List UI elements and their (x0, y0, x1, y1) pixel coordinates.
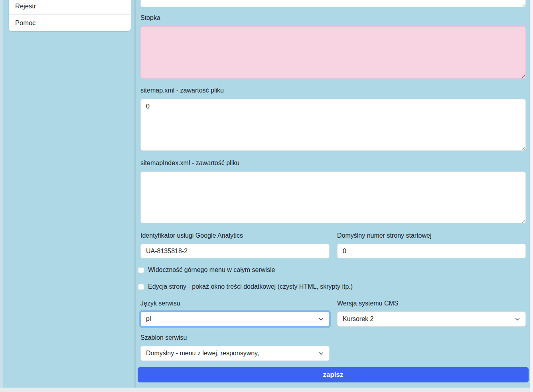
language-label: Język serwisu (140, 300, 180, 307)
left-edge-strip (0, 0, 3, 388)
sidebar-item-label: Rejestr (15, 2, 36, 10)
sidebar-item-rejestr[interactable]: Rejestr (9, 0, 131, 14)
top-menu-checkbox-row: Widoczność górnego menu w całym serwisie (138, 266, 275, 274)
sitemap-label: sitemap.xml - zawartość pliku (140, 87, 224, 94)
column-divider (134, 0, 136, 388)
template-select-value: Domyślny - menu z lewej, responsywny, (146, 350, 259, 357)
chevron-down-icon (318, 316, 324, 322)
language-select-value: pl (146, 315, 151, 323)
edit-extra-checkbox-label[interactable]: Edycja strony - pokaż okno treści dodatk… (148, 283, 353, 290)
cms-version-select-value: Kursorek 2 (343, 315, 373, 323)
top-menu-checkbox[interactable] (138, 267, 144, 273)
settings-page: { "colors": { "panel_bg": "#aed8e5", "pi… (0, 0, 533, 392)
template-select[interactable]: Domyślny - menu z lewej, responsywny, (140, 346, 330, 361)
settings-form: Stopka sitemap.xml - zawartość pliku 0 s… (138, 0, 529, 388)
start-page-input[interactable] (337, 244, 526, 258)
analytics-input[interactable] (140, 244, 330, 258)
template-label: Szablon serwisu (140, 334, 187, 341)
content-panel: Rejestr Pomoc Stopka sitemap.xml - zawar… (0, 0, 530, 388)
save-button[interactable]: zapisz (138, 367, 529, 382)
page-scrollbar[interactable] (530, 0, 533, 392)
sitemap-textarea[interactable]: 0 (140, 99, 526, 151)
language-select[interactable]: pl (140, 311, 330, 327)
sitemap-index-textarea[interactable] (140, 171, 526, 223)
analytics-label: Identyfikator usługi Google Analytics (140, 232, 243, 239)
stopka-textarea[interactable] (140, 26, 526, 79)
stopka-label: Stopka (140, 14, 160, 21)
cms-version-select[interactable]: Kursorek 2 (337, 311, 526, 327)
chevron-down-icon (318, 351, 324, 356)
sidebar-menu: Rejestr Pomoc (9, 0, 131, 31)
edit-extra-checkbox[interactable] (138, 284, 144, 290)
sidebar-item-label: Pomoc (15, 19, 36, 27)
chevron-down-icon (515, 316, 520, 322)
sitemap-index-label: sitemapIndex.xml - zawartość pliku (140, 160, 239, 166)
top-menu-checkbox-label[interactable]: Widoczność górnego menu w całym serwisie (148, 266, 275, 274)
sidebar-item-pomoc[interactable]: Pomoc (9, 14, 131, 31)
cms-version-label: Wersja systemu CMS (337, 300, 399, 307)
start-page-label: Domyślny numer strony startowej (337, 232, 432, 239)
top-textarea[interactable] (140, 0, 526, 7)
edit-extra-checkbox-row: Edycja strony - pokaż okno treści dodatk… (138, 283, 353, 290)
